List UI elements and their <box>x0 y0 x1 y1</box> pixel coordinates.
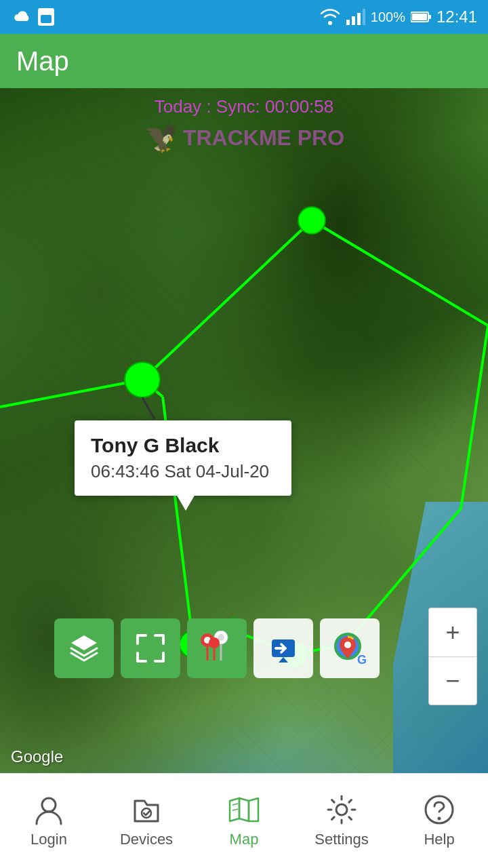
directions-icon <box>268 633 299 664</box>
nav-item-help[interactable]: Help <box>390 794 488 848</box>
sync-status: Today : Sync: 00:00:58 <box>0 96 488 117</box>
trackme-logo: 🦅 TRACKME PRO <box>144 122 344 154</box>
wifi-icon <box>319 9 341 25</box>
svg-line-38 <box>232 804 238 805</box>
svg-point-42 <box>438 816 441 820</box>
expand-button[interactable] <box>121 618 180 678</box>
battery-icon <box>411 11 431 23</box>
svg-rect-4 <box>357 13 361 25</box>
layers-button[interactable] <box>54 618 114 678</box>
info-popup[interactable]: Tony G Black 06:43:46 Sat 04-Jul-20 <box>75 420 291 496</box>
svg-rect-8 <box>428 15 431 19</box>
nav-label-settings: Settings <box>314 831 369 848</box>
status-bar: 100% 12:41 <box>0 0 488 34</box>
svg-rect-3 <box>352 16 355 25</box>
google-maps-button[interactable]: G <box>320 618 380 678</box>
app-header: Map <box>0 34 488 88</box>
logo-text: TRACKME PRO <box>183 125 344 151</box>
svg-point-33 <box>42 798 56 812</box>
google-maps-icon: G <box>333 631 367 665</box>
directions-button[interactable] <box>253 618 313 678</box>
svg-text:G: G <box>357 653 367 665</box>
svg-point-24 <box>209 637 220 648</box>
map-toolbar: G <box>54 618 380 678</box>
zoom-controls: + − <box>428 608 477 705</box>
nav-label-devices: Devices <box>120 831 173 848</box>
bird-icon: 🦅 <box>144 122 178 154</box>
device-datetime: 06:43:46 Sat 04-Jul-20 <box>91 461 275 482</box>
markers-button[interactable] <box>187 618 247 678</box>
time-text: 12:41 <box>436 7 477 26</box>
status-right-icons: 100% 12:41 <box>319 7 477 26</box>
help-icon <box>424 794 455 825</box>
google-watermark: Google <box>11 747 63 766</box>
cloud-icon <box>11 9 31 24</box>
nav-label-help: Help <box>424 831 454 848</box>
svg-rect-7 <box>412 14 427 20</box>
svg-rect-5 <box>363 9 365 25</box>
svg-line-13 <box>142 397 155 419</box>
nav-label-map: Map <box>230 831 259 848</box>
nav-item-login[interactable]: Login <box>0 794 98 848</box>
nav-item-map[interactable]: Map <box>195 794 293 848</box>
status-left-icons <box>11 8 56 26</box>
svg-marker-35 <box>239 798 249 821</box>
person-icon <box>33 794 64 825</box>
nav-item-settings[interactable]: Settings <box>293 794 390 848</box>
svg-point-11 <box>298 207 325 234</box>
svg-rect-1 <box>41 15 52 23</box>
zoom-in-button[interactable]: + <box>428 608 477 656</box>
sim-icon <box>37 8 56 26</box>
page-title: Map <box>16 46 69 77</box>
markers-icon <box>198 631 236 666</box>
nav-label-login: Login <box>30 831 67 848</box>
map-icon <box>228 794 260 825</box>
layers-icon <box>68 633 100 664</box>
svg-marker-37 <box>249 798 258 821</box>
map-area[interactable]: Today : Sync: 00:00:58 🦅 TRACKME PRO Ton… <box>0 88 488 773</box>
expand-icon <box>135 633 166 664</box>
battery-text: 100% <box>371 9 405 25</box>
nav-item-devices[interactable]: Devices <box>98 794 195 848</box>
svg-marker-27 <box>279 657 288 663</box>
devices-icon <box>131 794 162 825</box>
bottom-nav: Login Devices Map Settings <box>0 773 488 868</box>
zoom-out-button[interactable]: − <box>428 656 477 705</box>
svg-point-12 <box>125 362 160 397</box>
svg-line-9 <box>0 380 142 407</box>
settings-icon <box>326 794 357 825</box>
svg-point-40 <box>336 804 347 815</box>
signal-icon <box>346 9 365 25</box>
svg-rect-2 <box>346 20 350 25</box>
device-name: Tony G Black <box>91 434 275 457</box>
svg-line-39 <box>232 809 238 810</box>
svg-point-31 <box>344 642 351 648</box>
